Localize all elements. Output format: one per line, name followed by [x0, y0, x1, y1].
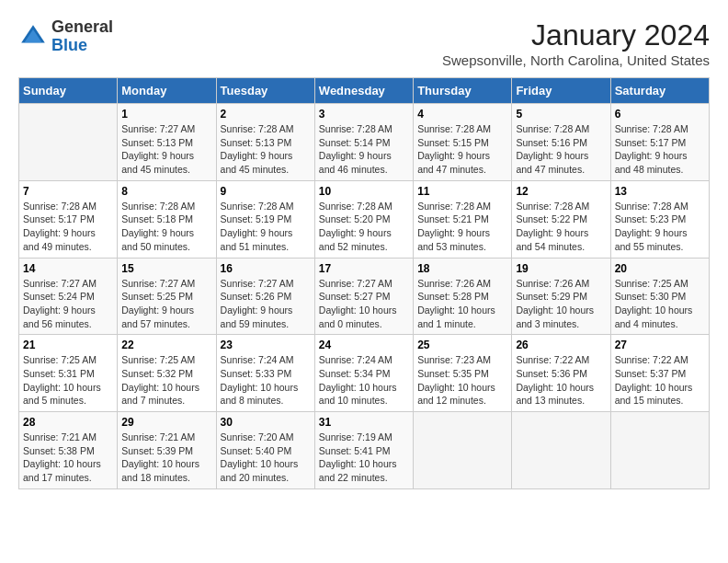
header-sunday: Sunday [19, 78, 118, 104]
calendar-cell: 26Sunrise: 7:22 AM Sunset: 5:36 PM Dayli… [512, 335, 610, 412]
day-number: 19 [516, 262, 606, 275]
day-number: 25 [417, 339, 507, 351]
calendar-body: 1Sunrise: 7:27 AM Sunset: 5:13 PM Daylig… [19, 104, 710, 489]
day-info: Sunrise: 7:26 AM Sunset: 5:28 PM Dayligh… [417, 277, 507, 331]
calendar-cell: 12Sunrise: 7:28 AM Sunset: 5:22 PM Dayli… [512, 180, 610, 258]
day-info: Sunrise: 7:28 AM Sunset: 5:22 PM Dayligh… [516, 200, 606, 254]
day-info: Sunrise: 7:28 AM Sunset: 5:19 PM Dayligh… [221, 200, 311, 254]
day-info: Sunrise: 7:25 AM Sunset: 5:30 PM Dayligh… [615, 277, 705, 331]
location-text: Swepsonville, North Carolina, United Sta… [442, 52, 710, 68]
day-number: 28 [23, 416, 113, 429]
day-number: 12 [516, 185, 606, 198]
week-row-1: 7Sunrise: 7:28 AM Sunset: 5:17 PM Daylig… [19, 180, 710, 258]
day-number: 4 [417, 108, 507, 121]
day-info: Sunrise: 7:27 AM Sunset: 5:24 PM Dayligh… [23, 277, 113, 331]
week-row-3: 21Sunrise: 7:25 AM Sunset: 5:31 PM Dayli… [19, 335, 710, 412]
day-number: 30 [221, 416, 311, 429]
calendar-cell: 13Sunrise: 7:28 AM Sunset: 5:23 PM Dayli… [610, 180, 709, 258]
day-number: 23 [221, 339, 311, 351]
header-monday: Monday [118, 78, 216, 104]
day-info: Sunrise: 7:28 AM Sunset: 5:14 PM Dayligh… [319, 122, 409, 177]
day-number: 15 [121, 262, 211, 275]
logo: General Blue [18, 18, 113, 55]
day-info: Sunrise: 7:24 AM Sunset: 5:34 PM Dayligh… [319, 353, 409, 408]
day-info: Sunrise: 7:26 AM Sunset: 5:29 PM Dayligh… [516, 277, 606, 331]
day-info: Sunrise: 7:27 AM Sunset: 5:13 PM Dayligh… [121, 122, 211, 177]
calendar-cell: 28Sunrise: 7:21 AM Sunset: 5:38 PM Dayli… [19, 412, 118, 489]
header-tuesday: Tuesday [216, 78, 314, 104]
calendar-cell: 19Sunrise: 7:26 AM Sunset: 5:29 PM Dayli… [512, 258, 610, 335]
calendar-cell: 24Sunrise: 7:24 AM Sunset: 5:34 PM Dayli… [314, 335, 413, 412]
header-saturday: Saturday [610, 78, 709, 104]
calendar-cell: 9Sunrise: 7:28 AM Sunset: 5:19 PM Daylig… [216, 180, 314, 258]
calendar-table: SundayMondayTuesdayWednesdayThursdayFrid… [18, 77, 710, 489]
day-info: Sunrise: 7:21 AM Sunset: 5:38 PM Dayligh… [23, 431, 113, 485]
day-number: 5 [516, 108, 606, 121]
calendar-cell: 27Sunrise: 7:22 AM Sunset: 5:37 PM Dayli… [610, 335, 709, 412]
calendar-cell: 5Sunrise: 7:28 AM Sunset: 5:16 PM Daylig… [512, 104, 610, 181]
calendar-cell: 14Sunrise: 7:27 AM Sunset: 5:24 PM Dayli… [19, 258, 118, 335]
logo-blue-text: Blue [51, 36, 87, 54]
calendar-cell: 7Sunrise: 7:28 AM Sunset: 5:17 PM Daylig… [19, 180, 118, 258]
calendar-cell [19, 104, 118, 181]
calendar-cell: 16Sunrise: 7:27 AM Sunset: 5:26 PM Dayli… [216, 258, 314, 335]
day-number: 21 [23, 339, 113, 351]
day-number: 18 [417, 262, 507, 275]
day-number: 11 [417, 185, 507, 198]
calendar-cell: 30Sunrise: 7:20 AM Sunset: 5:40 PM Dayli… [216, 412, 314, 489]
day-info: Sunrise: 7:27 AM Sunset: 5:27 PM Dayligh… [319, 277, 409, 331]
day-number: 8 [121, 185, 211, 198]
day-info: Sunrise: 7:28 AM Sunset: 5:16 PM Dayligh… [516, 122, 606, 177]
calendar-cell [512, 412, 610, 489]
header-friday: Friday [512, 78, 610, 104]
day-info: Sunrise: 7:21 AM Sunset: 5:39 PM Dayligh… [121, 431, 211, 485]
week-row-0: 1Sunrise: 7:27 AM Sunset: 5:13 PM Daylig… [19, 104, 710, 181]
calendar-cell [414, 412, 512, 489]
day-info: Sunrise: 7:28 AM Sunset: 5:18 PM Dayligh… [121, 200, 211, 254]
day-info: Sunrise: 7:28 AM Sunset: 5:13 PM Dayligh… [221, 122, 311, 177]
day-info: Sunrise: 7:28 AM Sunset: 5:23 PM Dayligh… [615, 200, 705, 254]
calendar-cell: 20Sunrise: 7:25 AM Sunset: 5:30 PM Dayli… [610, 258, 709, 335]
day-number: 13 [615, 185, 705, 198]
day-number: 24 [319, 339, 409, 351]
calendar-cell: 21Sunrise: 7:25 AM Sunset: 5:31 PM Dayli… [19, 335, 118, 412]
day-info: Sunrise: 7:23 AM Sunset: 5:35 PM Dayligh… [417, 353, 507, 408]
day-number: 10 [319, 185, 409, 198]
month-title: January 2024 [442, 18, 710, 52]
week-row-2: 14Sunrise: 7:27 AM Sunset: 5:24 PM Dayli… [19, 258, 710, 335]
calendar-header: SundayMondayTuesdayWednesdayThursdayFrid… [19, 78, 710, 104]
day-number: 20 [615, 262, 705, 275]
day-number: 9 [221, 185, 311, 198]
calendar-cell: 25Sunrise: 7:23 AM Sunset: 5:35 PM Dayli… [414, 335, 512, 412]
day-number: 22 [121, 339, 211, 351]
header-row: SundayMondayTuesdayWednesdayThursdayFrid… [19, 78, 710, 104]
header-wednesday: Wednesday [314, 78, 413, 104]
calendar-cell: 23Sunrise: 7:24 AM Sunset: 5:33 PM Dayli… [216, 335, 314, 412]
day-number: 31 [319, 416, 409, 429]
week-row-4: 28Sunrise: 7:21 AM Sunset: 5:38 PM Dayli… [19, 412, 710, 489]
calendar-cell: 4Sunrise: 7:28 AM Sunset: 5:15 PM Daylig… [414, 104, 512, 181]
logo-general-text: General [51, 17, 113, 36]
calendar-cell: 31Sunrise: 7:19 AM Sunset: 5:41 PM Dayli… [314, 412, 413, 489]
calendar-cell: 15Sunrise: 7:27 AM Sunset: 5:25 PM Dayli… [118, 258, 216, 335]
day-number: 3 [319, 108, 409, 121]
day-info: Sunrise: 7:22 AM Sunset: 5:37 PM Dayligh… [615, 353, 705, 408]
day-number: 2 [221, 108, 311, 121]
calendar-cell: 2Sunrise: 7:28 AM Sunset: 5:13 PM Daylig… [216, 104, 314, 181]
day-info: Sunrise: 7:28 AM Sunset: 5:21 PM Dayligh… [417, 200, 507, 254]
day-number: 26 [516, 339, 606, 351]
day-number: 14 [23, 262, 113, 275]
calendar-cell: 6Sunrise: 7:28 AM Sunset: 5:17 PM Daylig… [610, 104, 709, 181]
calendar-cell: 3Sunrise: 7:28 AM Sunset: 5:14 PM Daylig… [314, 104, 413, 181]
day-number: 1 [121, 108, 211, 121]
header-thursday: Thursday [414, 78, 512, 104]
day-info: Sunrise: 7:28 AM Sunset: 5:17 PM Dayligh… [615, 122, 705, 177]
day-number: 7 [23, 185, 113, 198]
day-info: Sunrise: 7:27 AM Sunset: 5:26 PM Dayligh… [221, 277, 311, 331]
calendar-cell [610, 412, 709, 489]
logo-icon [18, 22, 48, 52]
calendar-cell: 11Sunrise: 7:28 AM Sunset: 5:21 PM Dayli… [414, 180, 512, 258]
day-info: Sunrise: 7:19 AM Sunset: 5:41 PM Dayligh… [319, 431, 409, 485]
day-number: 16 [221, 262, 311, 275]
day-info: Sunrise: 7:28 AM Sunset: 5:20 PM Dayligh… [319, 200, 409, 254]
